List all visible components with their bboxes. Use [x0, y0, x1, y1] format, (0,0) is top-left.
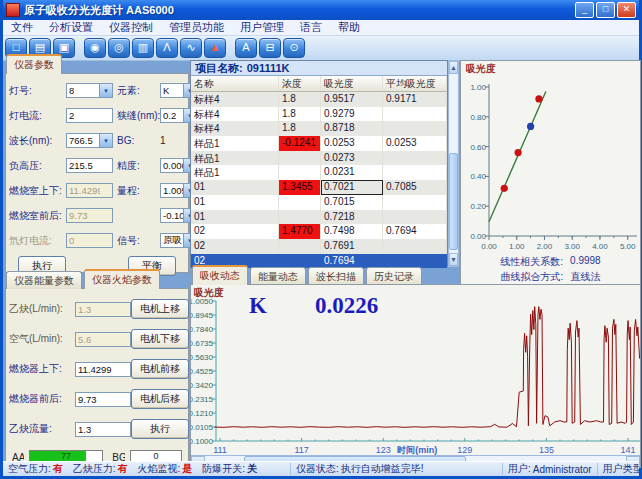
- air-readonly-label: 空气(L/min):: [9, 332, 75, 346]
- table-row[interactable]: 010.7218: [191, 210, 447, 225]
- svg-text:129: 129: [457, 445, 472, 455]
- column-header-1[interactable]: 浓度: [279, 76, 321, 91]
- instrument-field-row: 氘灯电流:0信号:原吸▼: [6, 228, 188, 253]
- tab-history[interactable]: 历史记录: [366, 267, 422, 285]
- menu-admin-functions[interactable]: 管理员功能: [161, 20, 232, 35]
- tab-energy-params[interactable]: 仪器能量参数: [6, 271, 82, 289]
- range-label: 量程:: [113, 184, 160, 198]
- wavelength-scan-icon[interactable]: Λ: [156, 38, 178, 58]
- negative-high-voltage-field-value: 215.5: [69, 160, 93, 171]
- motor-forward-button[interactable]: 电机前移: [131, 359, 189, 379]
- svg-text:1.00: 1.00: [470, 83, 486, 92]
- tab-wavelength-scan[interactable]: 波长扫描: [308, 267, 364, 285]
- lamp-current-field[interactable]: 2: [66, 108, 113, 123]
- cell-average-absorbance: 0.7694: [383, 224, 447, 239]
- energy-icon[interactable]: ▥: [132, 38, 154, 58]
- negative-high-voltage-label: 负高压:: [9, 159, 66, 173]
- burner-height-readonly-field: 11.4299: [66, 183, 113, 198]
- svg-text:0.60: 0.60: [470, 143, 486, 152]
- menu-user-management[interactable]: 用户管理: [232, 20, 292, 35]
- burner-height-label: 燃烧器上下:: [9, 362, 75, 376]
- svg-text:0.8945: 0.8945: [191, 311, 214, 320]
- auto-zero-icon[interactable]: ∿: [180, 38, 202, 58]
- burner-depth-field-value: 9.73: [78, 394, 97, 405]
- menu-file[interactable]: 文件: [3, 20, 41, 35]
- column-header-2[interactable]: 吸光度: [321, 76, 383, 91]
- column-header-0[interactable]: 名称: [191, 76, 279, 91]
- svg-text:1.0050: 1.0050: [191, 297, 214, 306]
- flame-execute-button[interactable]: 执行: [131, 419, 189, 439]
- chevron-down-icon[interactable]: ▼: [99, 134, 112, 147]
- svg-text:123: 123: [376, 445, 391, 455]
- main-area: 仪器参数 灯号:8▼元素:K▼灯电流:2狭缝(nm):0.2▼波长(nm):76…: [3, 58, 639, 462]
- acetylene-readonly-label: 乙炔(L/min):: [9, 302, 75, 316]
- autosampler-icon[interactable]: A: [235, 38, 257, 58]
- table-row[interactable]: 021.47700.74980.7694: [191, 224, 447, 239]
- table-row[interactable]: 标样41.80.9279: [191, 107, 447, 122]
- table-vertical-scrollbar[interactable]: ▲ ▼: [448, 60, 459, 267]
- cell-absorbance: 0.0253: [321, 136, 383, 151]
- correlation-value: 0.9998: [570, 255, 601, 269]
- flame-params-panel: 乙炔(L/min):1.3电机上移空气(L/min):5.6电机下移燃烧器上下:…: [5, 288, 189, 462]
- table-row[interactable]: 标样41.80.8718: [191, 121, 447, 136]
- tab-energy-dynamics[interactable]: 能量动态: [250, 267, 306, 285]
- lamp-current-icon[interactable]: ◎: [108, 38, 130, 58]
- cell-concentration: [279, 165, 321, 180]
- motor-up-button[interactable]: 电机上移: [131, 299, 189, 319]
- cell-average-absorbance: [383, 165, 447, 180]
- negative-high-voltage-field[interactable]: 215.5: [66, 158, 113, 173]
- svg-text:5.00: 5.00: [620, 242, 636, 251]
- svg-text:0.0105: 0.0105: [191, 423, 214, 432]
- table-row[interactable]: 样品1-0.12410.02530.0253: [191, 136, 447, 151]
- lamp-position-icon[interactable]: ◉: [84, 38, 106, 58]
- instrument-field-row: 灯电流:2狭缝(nm):0.2▼: [6, 103, 188, 128]
- close-button[interactable]: ✕: [617, 2, 636, 18]
- cell-concentration: [279, 151, 321, 166]
- menu-language[interactable]: 语言: [292, 20, 330, 35]
- printer-icon[interactable]: ⊟: [259, 38, 281, 58]
- burner-height-field[interactable]: 11.4299: [75, 362, 131, 377]
- table-row[interactable]: 标样41.80.95170.9171: [191, 92, 447, 107]
- cell-concentration: [279, 239, 321, 254]
- maximize-button[interactable]: □: [596, 2, 615, 18]
- motor-back-button[interactable]: 电机后移: [131, 389, 189, 409]
- tab-instrument-params[interactable]: 仪器参数: [6, 54, 62, 74]
- table-row[interactable]: 样品10.0231: [191, 165, 447, 180]
- menu-help[interactable]: 帮助: [330, 20, 368, 35]
- wavelength-field[interactable]: 766.5▼: [66, 133, 113, 148]
- acetylene-flow-field[interactable]: 1.3: [75, 422, 131, 437]
- cell-name: 标样4: [191, 92, 279, 107]
- tab-absorbance-dynamics[interactable]: 吸收动态: [192, 265, 248, 285]
- column-header-3[interactable]: 平均吸光度: [383, 76, 447, 91]
- motor-down-button[interactable]: 电机下移: [131, 329, 189, 349]
- d2-lamp-current-field: 0: [66, 233, 113, 248]
- tab-flame-params[interactable]: 仪器火焰参数: [84, 269, 160, 289]
- burner-depth-field[interactable]: 9.73: [75, 392, 131, 407]
- scroll-up-icon[interactable]: ▲: [449, 61, 458, 74]
- flame-field-row: 空气(L/min):5.6电机下移: [6, 324, 188, 354]
- table-row[interactable]: 样品10.0273: [191, 151, 447, 166]
- signal-mode-field-value: 原吸: [163, 234, 182, 247]
- menu-analysis-settings[interactable]: 分析设置: [41, 20, 101, 35]
- cell-average-absorbance: [383, 210, 447, 225]
- menu-instrument-control[interactable]: 仪器控制: [101, 20, 161, 35]
- cell-concentration: [279, 210, 321, 225]
- element-field-value: K: [163, 85, 169, 96]
- table-row[interactable]: 020.7691: [191, 239, 447, 254]
- chevron-down-icon[interactable]: ▼: [99, 84, 112, 97]
- ignite-flame-icon[interactable]: ▲: [204, 38, 226, 58]
- table-row[interactable]: 010.7015: [191, 195, 447, 210]
- lamp-number-field[interactable]: 8▼: [66, 83, 113, 98]
- cell-average-absorbance: [383, 195, 447, 210]
- table-row[interactable]: 011.34550.70210.7085: [191, 180, 447, 195]
- svg-text:111: 111: [213, 445, 227, 455]
- burner-height-readonly-label: 燃烧室上下:: [9, 184, 66, 198]
- minimize-button[interactable]: _: [575, 2, 594, 18]
- scroll-down-icon[interactable]: ▼: [449, 253, 458, 266]
- scrollbar-thumb[interactable]: [449, 153, 458, 250]
- power-icon[interactable]: ⊙: [283, 38, 305, 58]
- flame-field-row: 乙炔流量:1.3执行: [6, 414, 188, 444]
- range-field-value: 1.0050: [163, 185, 184, 196]
- element-label: 元素:: [113, 84, 160, 98]
- safety-value: 是: [182, 463, 192, 475]
